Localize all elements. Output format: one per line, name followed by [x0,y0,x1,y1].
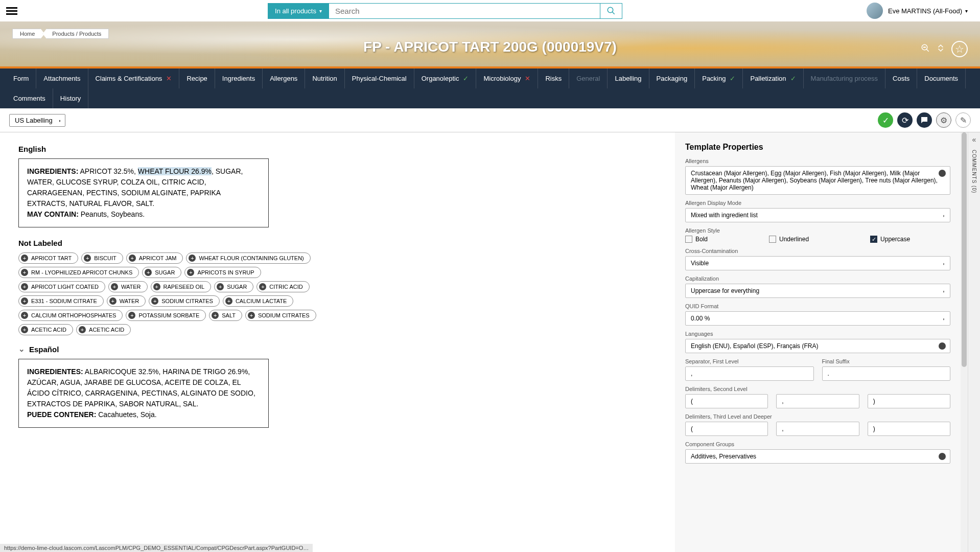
breadcrumb-home[interactable]: Home [12,29,44,39]
tab-allergens[interactable]: Allergens [263,68,305,88]
delim2-close-input[interactable]: ) [868,394,950,408]
not-labeled-title: Not Labeled [18,239,656,247]
chip-item[interactable]: +SUGAR [142,267,181,278]
delim3-sep-input[interactable]: , [776,422,859,436]
zoom-icon[interactable]: − [921,43,930,55]
allergens-field[interactable]: Crustacean (Major Allergen), Egg (Major … [685,166,950,195]
delimiters-third-label: Delimiters, Third Level and Deeper [685,413,950,420]
delim2-sep-input[interactable]: , [776,394,859,408]
spanish-section-toggle[interactable]: ⌄ Español [18,344,656,354]
chip-item[interactable]: +APRICOTS IN SYRUP [184,267,261,278]
chip-item[interactable]: +POTASSIUM SORBATE [126,310,206,321]
search-category-dropdown[interactable]: In all products [268,3,329,19]
chat-icon[interactable] [917,112,932,128]
tab-history[interactable]: History [53,88,88,108]
chip-item[interactable]: +SODIUM CITRATES [245,310,316,321]
edit-icon[interactable]: ✎ [955,112,971,128]
tab-packing[interactable]: Packing✓ [695,68,743,88]
tab-comments[interactable]: Comments [6,88,53,108]
tab-documents[interactable]: Documents [917,68,966,88]
add-icon: + [259,283,266,290]
component-groups-field[interactable]: Additives, Preservatives [685,449,950,464]
delim3-open-input[interactable]: ( [685,422,768,436]
collapse-rail-icon[interactable]: « [972,135,976,144]
chip-item[interactable]: +SODIUM CITRATES [149,295,220,307]
labelling-view-dropdown[interactable]: US Labelling [9,114,65,127]
quid-format-select[interactable]: 0.00 % [685,311,950,326]
breadcrumb-products[interactable]: Products / Products [42,29,109,39]
chip-item[interactable]: +APRICOT TART [18,252,78,264]
chip-item[interactable]: +E331 - SODIUM CITRATE [18,295,104,307]
tab-labelling[interactable]: Labelling [608,68,649,88]
chip-item[interactable]: +WATER [108,281,148,292]
add-icon: + [21,269,28,276]
final-suffix-input[interactable]: . [822,366,951,381]
allergen-style-label: Allergen Style [685,227,950,234]
display-mode-select[interactable]: Mixed with ingredient list [685,208,950,222]
tab-claims-certifications[interactable]: Claims & Certifications✕ [88,68,180,88]
favorite-star-icon[interactable]: ☆ [951,41,968,57]
tab-packaging[interactable]: Packaging [649,68,695,88]
scrollbar[interactable] [961,132,968,552]
chip-item[interactable]: +CITRIC ACID [256,281,309,292]
svg-point-0 [608,7,613,13]
spanish-ingredients-box: INGREDIENTES: ALBARICOQUE 32.5%, HARINA … [18,359,269,428]
refresh-icon[interactable]: ⟳ [897,112,913,128]
chip-item[interactable]: +CALCIUM LACTATE [223,295,293,307]
tab-organoleptic[interactable]: Organoleptic✓ [414,68,477,88]
settings-icon[interactable]: ⚙ [936,112,951,128]
tab-nutrition[interactable]: Nutrition [305,68,344,88]
chip-item[interactable]: +SALT [209,310,242,321]
languages-field[interactable]: English (ENU), Español (ESP), Français (… [685,339,950,353]
delim3-close-input[interactable]: ) [868,422,950,436]
template-properties-title: Template Properties [685,143,950,152]
tab-risks[interactable]: Risks [538,68,569,88]
chip-item[interactable]: +BISCUIT [81,252,123,264]
edit-badge-icon[interactable] [939,453,946,460]
chip-item[interactable]: +SUGAR [214,281,253,292]
delim2-open-input[interactable]: ( [685,394,768,408]
edit-badge-icon[interactable] [939,342,946,350]
chip-item[interactable]: +CALCIUM ORTHOPHOSPHATES [18,310,123,321]
add-icon: + [21,297,28,305]
expand-icon[interactable] [936,43,945,55]
tab-recipe[interactable]: Recipe [179,68,215,88]
chip-item[interactable]: +ACETIC ACID [76,324,131,335]
cross-contamination-select[interactable]: Visible [685,256,950,270]
chip-item[interactable]: +RM - LYOPHILIZED APRICOT CHUNKS [18,267,139,278]
chip-item[interactable]: +ACETIC ACID [18,324,73,335]
tab-attachments[interactable]: Attachments [36,68,88,88]
comments-rail[interactable]: « COMMENTS (0) [968,132,980,552]
approve-icon[interactable]: ✓ [878,112,893,128]
chip-item[interactable]: +APRICOT LIGHT COATED [18,281,105,292]
chevron-down-icon: ⌄ [18,344,25,354]
search-input[interactable] [329,3,600,19]
user-menu[interactable]: Eve MARTINS (All-Food) [867,3,968,19]
svg-line-3 [926,49,929,52]
edit-badge-icon[interactable] [939,170,946,177]
add-icon: + [151,297,158,305]
status-ok-icon: ✓ [730,75,735,82]
bold-checkbox[interactable]: Bold [685,236,708,243]
capitalization-select[interactable]: Uppercase for everything [685,284,950,298]
tab-palletization[interactable]: Palletization✓ [743,68,803,88]
separator-first-input[interactable]: , [685,366,814,381]
tab-ingredients[interactable]: Ingredients [215,68,263,88]
tab-microbiology[interactable]: Microbiology✕ [476,68,538,88]
uppercase-checkbox[interactable]: ✓Uppercase [870,236,910,243]
chip-item[interactable]: +WATER [107,295,146,307]
separator-first-label: Separator, First Level [685,358,814,364]
tab-form[interactable]: Form [6,68,36,88]
search-icon[interactable] [600,3,622,19]
page-title: FP - APRICOT TART 200G (000019V7) [363,39,617,55]
underlined-checkbox[interactable]: Underlined [769,236,809,243]
chip-item[interactable]: +RAPESEED OIL [151,281,212,292]
user-name: Eve MARTINS (All-Food) [888,7,962,15]
hamburger-menu-icon[interactable] [0,2,24,20]
add-icon: + [79,326,86,333]
tab-physical-chemical[interactable]: Physical-Chemical [345,68,414,88]
tab-costs[interactable]: Costs [885,68,917,88]
chip-item[interactable]: +APRICOT JAM [126,252,183,264]
chip-item[interactable]: +WHEAT FLOUR (CONTAINING GLUTEN) [186,252,310,264]
add-icon: + [145,269,152,276]
